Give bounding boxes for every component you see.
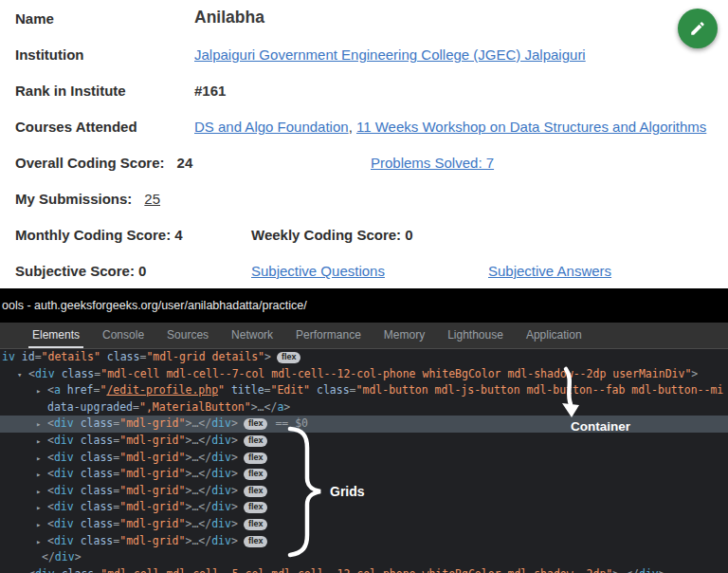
row-submissions: My Submissions:25 [0,191,728,215]
subjective-questions-link[interactable]: Subjective Questions [251,263,385,279]
syntax-token: < [47,451,54,464]
syntax-token: title [225,383,264,397]
monthly-score-label: Monthly Coding Score: 4 [15,227,183,243]
edit-profile-button[interactable] [678,9,718,48]
tree-row[interactable]: ▸<div class="mdl-grid">…</div>flex [0,483,728,500]
course-link-1[interactable]: DS and Algo Foundation [194,119,349,135]
flex-badge[interactable]: flex [244,519,268,530]
syntax-token: class [55,567,95,573]
courses-values: DS and Algo Foundation, 11 Weeks Worksho… [194,119,706,135]
syntax-token: > [231,467,238,480]
tab-elements[interactable]: Elements [21,323,91,348]
syntax-token: "mdl-grid" [119,467,185,480]
expander-icon[interactable]: ▸ [36,517,47,534]
syntax-token: </ [198,500,211,513]
tree-row[interactable]: iv id="details" class="mdl-grid details"… [0,349,728,366]
expander-icon[interactable]: ▸ [36,383,47,400]
flex-badge[interactable]: flex [244,469,268,480]
expander-icon[interactable]: ▸ [36,451,47,468]
syntax-token: div [54,534,74,547]
expander-icon[interactable]: ▸ [36,467,47,484]
tree-row[interactable]: ▸<div class="mdl-grid">…</div>flex [0,516,728,533]
flex-badge[interactable]: flex [244,435,268,447]
syntax-token: "mdl-grid" [119,434,185,447]
syntax-token: > [231,434,238,447]
syntax-token: "mdl-grid" [119,500,185,513]
devtools-tabbar: ElementsConsoleSourcesNetworkPerformance… [0,323,728,349]
tree-row[interactable]: ▸<div class="mdl-grid">…</div>flex [0,466,728,483]
syntax-token: > [231,500,238,513]
flex-badge[interactable]: flex [244,418,268,430]
expander-icon[interactable]: ▸ [36,434,47,451]
course-link-2[interactable]: 11 Weeks Workshop on Data Structures and… [356,119,706,135]
syntax-token: class [100,350,140,363]
syntax-token: class [55,367,95,380]
expander-icon[interactable]: ▸ [36,534,47,551]
tab-console[interactable]: Console [91,323,155,348]
syntax-token: </ [198,467,211,480]
flex-badge[interactable]: flex [244,536,268,547]
syntax-token: iv [2,350,15,363]
subjective-answers-link[interactable]: Subjective Answers [488,263,611,279]
problems-solved-link[interactable]: Problems Solved: 7 [371,155,494,171]
syntax-token: < [47,434,54,447]
institution-link[interactable]: Jalpaiguri Government Engineering Colleg… [194,46,586,63]
submissions-label: My Submissions:25 [15,191,160,207]
tree-row[interactable]: ▸<div class="mdl-grid">…</div>flex [0,433,728,450]
tree-row[interactable]: ▸<div class="mdl-grid">…</div>flex [0,499,728,516]
tree-row[interactable]: </div> [0,549,728,566]
syntax-token: div [211,500,231,513]
expander-icon[interactable]: ▸ [17,567,28,573]
syntax-token: </ [264,400,278,414]
syntax-token: > [231,534,238,547]
flex-badge[interactable]: flex [244,502,268,513]
syntax-token: … [258,400,264,414]
rank-label: Rank in Institute [15,83,126,99]
row-subjective: Subjective Score: 0 Subjective Questions… [0,263,728,287]
tab-lighthouse[interactable]: Lighthouse [436,323,515,348]
tree-row[interactable]: ▸<div class="mdl-grid">…</div>flex [0,450,728,467]
tree-row[interactable]: ▸<a href="/edit-profile.php" title="Edit… [0,382,728,399]
flex-badge[interactable]: flex [244,453,268,464]
expander-icon[interactable]: ▸ [36,484,47,501]
expander-icon[interactable]: ▸ [36,416,47,434]
expander-icon[interactable]: ▾ [17,367,28,384]
elements-tree: iv id="details" class="mdl-grid details"… [0,349,728,573]
syntax-token: > [251,400,258,414]
row-rank: Rank in Institute #161 [0,83,728,107]
tab-application[interactable]: Application [515,323,593,348]
syntax-token: > [283,400,290,414]
syntax-token: div [35,567,55,573]
tab-network[interactable]: Network [220,323,284,348]
syntax-token: id [15,350,35,363]
tree-row-selected[interactable]: ▸<div class="mdl-grid">…</div>flex== $0 [0,416,728,433]
syntax-token: div [35,367,55,380]
submissions-link[interactable]: 25 [144,191,160,207]
tab-sources[interactable]: Sources [155,323,220,348]
syntax-token: = [133,400,139,414]
tree-row[interactable]: ▾<div class="mdl-cell mdl-cell--7-col md… [0,366,728,383]
syntax-token: div [54,484,74,497]
syntax-token: class [74,467,114,480]
tree-row[interactable]: ▸<div class="mdl-grid">…</div>flex [0,533,728,550]
flex-badge[interactable]: flex [277,352,301,363]
tree-row[interactable]: ▸<div class="mdl-cell mdl-cell--5-col md… [0,566,728,573]
syntax-token: "mdl-grid" [119,451,185,464]
syntax-token: div [54,467,74,480]
attr-value-link[interactable]: /edit-profile.php [106,383,218,397]
syntax-token: div [639,567,659,573]
flex-badge[interactable]: flex [244,486,268,497]
row-courses: Courses Attended DS and Algo Foundation,… [0,119,728,143]
expander-icon[interactable]: ▸ [36,500,47,517]
row-overall-score: Overall Coding Score:24 Problems Solved:… [0,155,728,179]
tab-memory[interactable]: Memory [373,323,436,348]
syntax-token: class [74,484,114,497]
syntax-token: div [54,517,74,530]
syntax-token: class [310,383,350,397]
row-monthly-weekly: Monthly Coding Score: 4 Weekly Coding Sc… [0,227,728,251]
syntax-token: "Edit" [271,383,311,397]
tree-row[interactable]: data-upgraded=",MaterialButton">…</a> [0,399,728,416]
syntax-token: div [211,434,231,447]
tab-performance[interactable]: Performance [284,323,373,348]
syntax-token: "details" [42,350,100,363]
